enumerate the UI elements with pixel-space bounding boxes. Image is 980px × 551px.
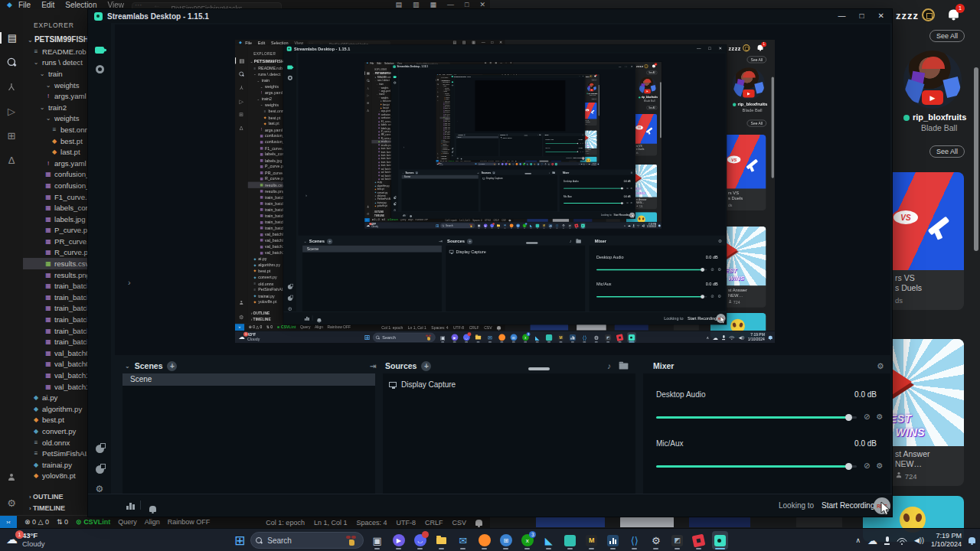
microsoft-store-icon[interactable]: ⊞ bbox=[498, 531, 514, 549]
teal-window-icon[interactable] bbox=[562, 531, 578, 549]
status-item[interactable]: Col 1: epoch bbox=[266, 519, 305, 527]
task-view-icon[interactable]: ▣ bbox=[369, 531, 385, 549]
roblox-icon[interactable] bbox=[691, 531, 707, 549]
status-item[interactable]: Spaces: 4 bbox=[356, 519, 387, 527]
panel-drag-handle[interactable] bbox=[528, 367, 550, 370]
menu-selection[interactable]: Selection bbox=[65, 0, 96, 9]
start-recording-label[interactable]: Start Recording bbox=[822, 501, 874, 510]
file-explorer-icon[interactable] bbox=[433, 531, 449, 549]
scene-item[interactable]: Scene bbox=[122, 373, 375, 386]
mail-icon[interactable]: ✉ bbox=[455, 531, 471, 549]
menu-edit[interactable]: Edit bbox=[41, 0, 54, 9]
stats-icon[interactable] bbox=[126, 501, 135, 510]
shark-fin-icon[interactable]: ◣ bbox=[541, 531, 557, 549]
app-store-icon[interactable] bbox=[88, 442, 111, 456]
search-icon[interactable] bbox=[0, 57, 23, 68]
robux-icon[interactable] bbox=[922, 8, 935, 21]
tray-chevron-icon[interactable]: ∧ bbox=[855, 536, 861, 544]
audio-icon[interactable]: ♪ bbox=[607, 361, 611, 370]
discord-icon[interactable]: ◡ bbox=[412, 531, 428, 549]
streamlabs-icon[interactable] bbox=[712, 531, 728, 549]
roblox-studio-icon[interactable]: ◩ bbox=[669, 531, 685, 549]
microphone-icon[interactable] bbox=[884, 536, 890, 545]
weather-widget[interactable]: ☁1 43°FCloudy bbox=[6, 531, 45, 548]
youtube-play-icon[interactable]: ▶ bbox=[922, 90, 943, 105]
onedrive-cloud-icon[interactable]: ☁ bbox=[867, 535, 877, 546]
channel-settings-icon[interactable]: ⚙ bbox=[876, 412, 883, 421]
sources-collapse-icon[interactable]: ⇥ bbox=[370, 360, 377, 372]
vscode-minimize-button[interactable]: — bbox=[447, 0, 454, 9]
see-all-button-games[interactable]: See All bbox=[929, 145, 965, 158]
task-manager-icon[interactable] bbox=[605, 531, 621, 549]
start-button-icon[interactable]: ⊞ bbox=[234, 533, 245, 549]
status-item[interactable]: UTF-8 bbox=[396, 519, 416, 527]
vscode-restore-button[interactable]: □ bbox=[465, 0, 469, 9]
notifications-bell-icon[interactable] bbox=[149, 506, 156, 512]
add-scene-button[interactable]: + bbox=[167, 361, 177, 371]
layout-panel-icon[interactable]: ▥ bbox=[413, 0, 420, 9]
remote-window-icon[interactable]: ›‹ bbox=[0, 516, 17, 529]
streamlabs-title: Streamlabs Desktop - 1.15.1 bbox=[397, 65, 428, 67]
streamlabs-titlebar[interactable]: Streamlabs Desktop - 1.15.1 — □ ✕ bbox=[88, 9, 892, 23]
source-control-icon[interactable]: Y bbox=[0, 81, 23, 93]
ports-indicator[interactable]: ⇅ 0 bbox=[57, 518, 68, 526]
friend-name[interactable]: rip_bloxfruits bbox=[913, 112, 966, 122]
vscode-close-button[interactable]: ✕ bbox=[479, 0, 485, 9]
extensions-icon[interactable]: ⊞ bbox=[0, 130, 23, 142]
volume-icon[interactable]: ◀)) bbox=[914, 536, 924, 544]
mute-icon[interactable]: ⊘ bbox=[864, 412, 870, 421]
status-item[interactable]: Ln 1, Col 1 bbox=[314, 519, 348, 527]
mute-icon[interactable]: ⊘ bbox=[864, 461, 870, 470]
explorer-icon[interactable]: ▤ bbox=[0, 32, 23, 44]
status-item[interactable]: CRLF bbox=[425, 519, 443, 527]
settings-icon[interactable]: ⚙ bbox=[88, 484, 111, 494]
wifi-icon[interactable] bbox=[897, 536, 907, 545]
medal-icon[interactable]: M bbox=[583, 531, 599, 549]
vscode-icon[interactable]: ⟨⟩ bbox=[626, 531, 642, 549]
status-bell-icon[interactable] bbox=[475, 520, 482, 526]
clock[interactable]: 7:19 PM1/10/2024 bbox=[931, 532, 962, 549]
errors-warnings[interactable]: ⊗ 0 △ 0 bbox=[24, 518, 49, 526]
status-item[interactable]: CSV bbox=[452, 519, 466, 527]
notification-center-bell-icon[interactable] bbox=[969, 537, 975, 543]
xbox-icon[interactable]: x3 bbox=[519, 531, 535, 549]
menu-file[interactable]: File bbox=[18, 0, 31, 9]
settings-gear-icon[interactable]: ⚙ bbox=[0, 497, 23, 509]
status-rainbow[interactable]: Rainbow OFF bbox=[168, 518, 211, 526]
settings-icon[interactable]: ⚙ bbox=[648, 531, 664, 549]
themes-tab-icon[interactable] bbox=[88, 63, 111, 77]
status-align[interactable]: Align bbox=[145, 518, 160, 526]
clipchamp-icon[interactable]: ▶ bbox=[390, 531, 407, 549]
mic-aux-slider[interactable] bbox=[656, 465, 857, 468]
csvlint-status[interactable]: ⊙ CSVLint bbox=[76, 518, 110, 526]
minimize-button[interactable]: — bbox=[838, 9, 846, 23]
status-query[interactable]: Query bbox=[118, 518, 137, 526]
add-source-button[interactable]: + bbox=[421, 361, 431, 371]
menu-view[interactable]: View bbox=[108, 0, 125, 9]
close-button[interactable]: ✕ bbox=[878, 9, 884, 23]
taskbar-search[interactable]: Search bbox=[250, 532, 364, 549]
desktop-audio-slider[interactable] bbox=[656, 416, 857, 419]
layout-custom-icon[interactable]: ▦ bbox=[430, 0, 437, 9]
vscode-search-box[interactable]: PetSim99FishingHacks bbox=[132, 2, 282, 9]
testing-flask-icon[interactable]: Δ bbox=[0, 155, 23, 166]
firefox-icon[interactable] bbox=[476, 531, 492, 549]
panel-expand-chevron-icon[interactable]: › bbox=[128, 278, 131, 287]
mixer-settings-gear-icon[interactable]: ⚙ bbox=[877, 360, 884, 372]
timeline-section[interactable]: › TIMELINE bbox=[29, 503, 65, 514]
dashboard-icon[interactable] bbox=[88, 463, 111, 477]
run-debug-icon[interactable]: ▷ bbox=[0, 106, 23, 117]
editor-tab-icon[interactable] bbox=[88, 43, 111, 57]
see-all-button-friends[interactable]: See All bbox=[929, 30, 965, 42]
maximize-button[interactable]: □ bbox=[860, 9, 864, 23]
folder-icon[interactable] bbox=[619, 363, 629, 369]
source-item-display-capture[interactable]: Display Capture bbox=[383, 378, 635, 390]
search-highlight-icon[interactable] bbox=[346, 534, 358, 546]
outline-section[interactable]: › OUTLINE bbox=[29, 491, 65, 503]
scenes-collapse-icon[interactable]: ⌄ bbox=[125, 363, 130, 370]
account-icon[interactable] bbox=[0, 472, 23, 484]
friend-game[interactable]: Blade Ball bbox=[921, 123, 957, 132]
layout-sidebar-icon[interactable]: ▤ bbox=[395, 0, 402, 9]
roblox-scrollbar[interactable] bbox=[974, 67, 978, 251]
channel-settings-icon[interactable]: ⚙ bbox=[876, 461, 883, 470]
